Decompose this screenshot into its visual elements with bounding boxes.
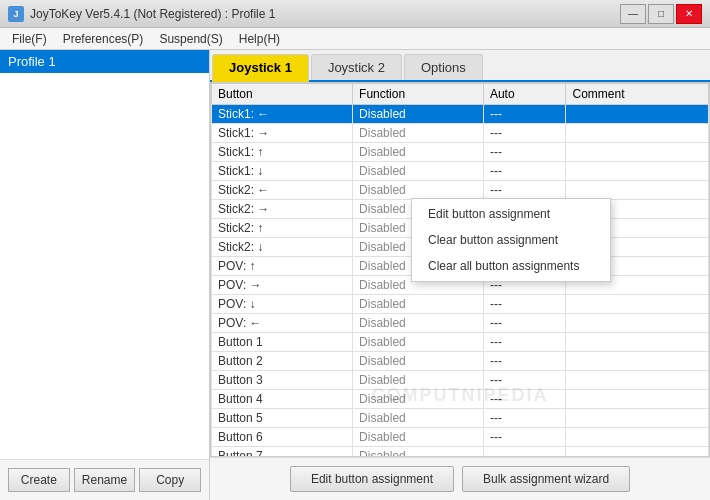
cell-comment: [566, 352, 709, 371]
cell-comment: [566, 390, 709, 409]
cell-button: Button 7: [212, 447, 353, 458]
menu-preferences[interactable]: Preferences(P): [55, 30, 152, 48]
cell-function: Disabled: [353, 295, 484, 314]
cell-comment: [566, 143, 709, 162]
table-row[interactable]: Stick1: ↓Disabled---: [212, 162, 709, 181]
cell-auto: ---: [483, 181, 566, 200]
cell-button: POV: ↑: [212, 257, 353, 276]
col-comment: Comment: [566, 84, 709, 105]
table-row[interactable]: Button 2Disabled---: [212, 352, 709, 371]
cell-comment: [566, 428, 709, 447]
tab-bar: Joystick 1 Joystick 2 Options: [210, 50, 710, 82]
cell-function: Disabled: [353, 143, 484, 162]
copy-button[interactable]: Copy: [139, 468, 201, 492]
cell-function: Disabled: [353, 333, 484, 352]
context-menu: Edit button assignment Clear button assi…: [411, 198, 611, 282]
table-row[interactable]: Button 3Disabled---: [212, 371, 709, 390]
cell-auto: ---: [483, 352, 566, 371]
menu-bar: File(F) Preferences(P) Suspend(S) Help(H…: [0, 28, 710, 50]
minimize-button[interactable]: —: [620, 4, 646, 24]
menu-help[interactable]: Help(H): [231, 30, 288, 48]
button-table-container[interactable]: Button Function Auto Comment Stick1: ←Di…: [210, 82, 710, 457]
cell-comment: [566, 105, 709, 124]
restore-button[interactable]: □: [648, 4, 674, 24]
menu-file[interactable]: File(F): [4, 30, 55, 48]
cell-function: Disabled: [353, 314, 484, 333]
cell-comment: [566, 447, 709, 458]
context-menu-clear-all[interactable]: Clear all button assignments: [412, 253, 610, 279]
cell-auto: ---: [483, 390, 566, 409]
table-row[interactable]: POV: ↓Disabled---: [212, 295, 709, 314]
cell-button: Button 6: [212, 428, 353, 447]
cell-comment: [566, 162, 709, 181]
table-row[interactable]: Stick1: →Disabled---: [212, 124, 709, 143]
context-menu-edit[interactable]: Edit button assignment: [412, 201, 610, 227]
col-auto: Auto: [483, 84, 566, 105]
cell-button: Stick2: ↓: [212, 238, 353, 257]
cell-button: POV: →: [212, 276, 353, 295]
edit-assignment-button[interactable]: Edit button assignment: [290, 466, 454, 492]
cell-button: Button 1: [212, 333, 353, 352]
main-content: Profile 1 Create Rename Copy Joystick 1 …: [0, 50, 710, 500]
table-row[interactable]: Button 4Disabled---: [212, 390, 709, 409]
table-row[interactable]: Button 5Disabled---: [212, 409, 709, 428]
sidebar-item-profile1[interactable]: Profile 1: [0, 50, 209, 73]
create-button[interactable]: Create: [8, 468, 70, 492]
table-row[interactable]: Stick2: ←Disabled---: [212, 181, 709, 200]
cell-button: Stick1: →: [212, 124, 353, 143]
cell-function: Disabled: [353, 409, 484, 428]
cell-auto: ---: [483, 314, 566, 333]
cell-auto: ---: [483, 428, 566, 447]
cell-comment: [566, 314, 709, 333]
menu-suspend[interactable]: Suspend(S): [151, 30, 230, 48]
cell-auto: ---: [483, 371, 566, 390]
cell-button: Stick1: ↑: [212, 143, 353, 162]
cell-auto: ---: [483, 162, 566, 181]
table-row[interactable]: Button 6Disabled---: [212, 428, 709, 447]
cell-comment: [566, 371, 709, 390]
cell-button: Stick1: ←: [212, 105, 353, 124]
table-row[interactable]: Stick1: ↑Disabled---: [212, 143, 709, 162]
close-button[interactable]: ✕: [676, 4, 702, 24]
tab-joystick1[interactable]: Joystick 1: [212, 54, 309, 82]
cell-button: POV: ←: [212, 314, 353, 333]
cell-function: Disabled: [353, 124, 484, 143]
cell-function: Disabled: [353, 352, 484, 371]
context-menu-clear[interactable]: Clear button assignment: [412, 227, 610, 253]
col-function: Function: [353, 84, 484, 105]
right-panel: Joystick 1 Joystick 2 Options Button Fun…: [210, 50, 710, 500]
title-bar-controls: — □ ✕: [620, 4, 702, 24]
table-row[interactable]: Stick1: ←Disabled---: [212, 105, 709, 124]
cell-button: Button 5: [212, 409, 353, 428]
cell-button: POV: ↓: [212, 295, 353, 314]
cell-function: Disabled: [353, 447, 484, 458]
bulk-wizard-button[interactable]: Bulk assignment wizard: [462, 466, 630, 492]
cell-auto: ---: [483, 143, 566, 162]
cell-button: Button 3: [212, 371, 353, 390]
cell-auto: ---: [483, 124, 566, 143]
table-row[interactable]: Button 7Disabled---: [212, 447, 709, 458]
title-bar-title: JoyToKey Ver5.4.1 (Not Registered) : Pro…: [30, 7, 275, 21]
tab-joystick2[interactable]: Joystick 2: [311, 54, 402, 80]
cell-button: Stick2: ↑: [212, 219, 353, 238]
cell-button: Button 4: [212, 390, 353, 409]
cell-auto: ---: [483, 295, 566, 314]
bottom-bar: Edit button assignment Bulk assignment w…: [210, 457, 710, 500]
cell-auto: ---: [483, 447, 566, 458]
cell-button: Stick1: ↓: [212, 162, 353, 181]
cell-button: Stick2: →: [212, 200, 353, 219]
cell-auto: ---: [483, 409, 566, 428]
cell-auto: ---: [483, 105, 566, 124]
cell-comment: [566, 295, 709, 314]
cell-auto: ---: [483, 333, 566, 352]
cell-function: Disabled: [353, 105, 484, 124]
cell-function: Disabled: [353, 371, 484, 390]
cell-comment: [566, 124, 709, 143]
col-button: Button: [212, 84, 353, 105]
table-row[interactable]: POV: ←Disabled---: [212, 314, 709, 333]
table-row[interactable]: Button 1Disabled---: [212, 333, 709, 352]
tab-options[interactable]: Options: [404, 54, 483, 80]
rename-button[interactable]: Rename: [74, 468, 136, 492]
cell-function: Disabled: [353, 428, 484, 447]
cell-button: Button 2: [212, 352, 353, 371]
